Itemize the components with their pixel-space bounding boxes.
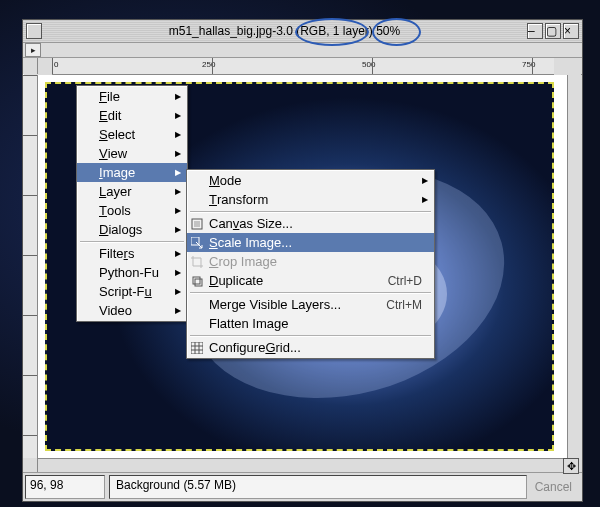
submenu-arrow-icon: ▶ bbox=[175, 149, 181, 158]
menu-item-edit[interactable]: Edit▶ bbox=[77, 106, 187, 125]
menu-item-view[interactable]: View▶ bbox=[77, 144, 187, 163]
menu-item-duplicate[interactable]: DuplicateCtrl+D bbox=[187, 271, 434, 290]
menu-separator bbox=[190, 335, 431, 336]
ruler-end bbox=[568, 58, 582, 74]
menu-item-transform[interactable]: Transform▶ bbox=[187, 190, 434, 209]
grid-icon bbox=[190, 341, 204, 355]
duplicate-icon bbox=[190, 274, 204, 288]
menu-separator bbox=[80, 241, 184, 242]
svg-rect-4 bbox=[195, 279, 202, 286]
menu-item-scriptfu[interactable]: Script-Fu▶ bbox=[77, 282, 187, 301]
submenu-arrow-icon: ▶ bbox=[422, 176, 428, 185]
menu-separator bbox=[190, 211, 431, 212]
menu-item-configuregrid[interactable]: Configure Grid... bbox=[187, 338, 434, 357]
submenu-arrow-icon: ▶ bbox=[175, 92, 181, 101]
submenu-arrow-icon: ▶ bbox=[175, 249, 181, 258]
quickmask-toggle[interactable] bbox=[23, 458, 38, 472]
menu-item-filters[interactable]: Filters▶ bbox=[77, 244, 187, 263]
window-titlebar[interactable]: m51_hallas_big.jpg-3.0 (RGB, 1 layer) 50… bbox=[23, 20, 582, 43]
menu-item-canvassize[interactable]: Canvas Size... bbox=[187, 214, 434, 233]
svg-rect-1 bbox=[194, 221, 200, 227]
ruler-horizontal[interactable]: 0 250 500 750 bbox=[52, 58, 554, 75]
menu-item-mergevisiblelayers[interactable]: Merge Visible Layers...Ctrl+M bbox=[187, 295, 434, 314]
menu-item-video[interactable]: Video▶ bbox=[77, 301, 187, 320]
ruler-vertical[interactable] bbox=[23, 75, 38, 458]
submenu-arrow-icon: ▶ bbox=[175, 206, 181, 215]
navigation-preview-button[interactable]: ✥ bbox=[563, 458, 579, 474]
submenu-arrow-icon: ▶ bbox=[175, 168, 181, 177]
menu-item-image[interactable]: Image▶ bbox=[77, 163, 187, 182]
horizontal-scrollbar[interactable] bbox=[38, 458, 568, 472]
keyboard-shortcut: Ctrl+M bbox=[386, 298, 422, 312]
main-context-menu: File▶Edit▶Select▶View▶Image▶Layer▶Tools▶… bbox=[76, 85, 188, 322]
pointer-coordinates: 96, 98 bbox=[25, 475, 105, 499]
maximize-button[interactable]: ▢ bbox=[545, 23, 561, 39]
submenu-arrow-icon: ▶ bbox=[175, 187, 181, 196]
menu-item-tools[interactable]: Tools▶ bbox=[77, 201, 187, 220]
keyboard-shortcut: Ctrl+D bbox=[388, 274, 422, 288]
menu-item-flattenimage[interactable]: Flatten Image bbox=[187, 314, 434, 333]
submenu-arrow-icon: ▶ bbox=[175, 268, 181, 277]
close-button[interactable]: × bbox=[563, 23, 579, 39]
submenu-arrow-icon: ▶ bbox=[422, 195, 428, 204]
status-layer-info: Background (5.57 MB) bbox=[109, 475, 527, 499]
submenu-arrow-icon: ▶ bbox=[175, 130, 181, 139]
image-submenu: Mode▶Transform▶Canvas Size...Scale Image… bbox=[186, 169, 435, 359]
submenu-arrow-icon: ▶ bbox=[175, 111, 181, 120]
menu-item-dialogs[interactable]: Dialogs▶ bbox=[77, 220, 187, 239]
quick-mask-row: ▸ bbox=[23, 43, 582, 58]
scale-icon bbox=[190, 236, 204, 250]
menu-item-cropimage: Crop Image bbox=[187, 252, 434, 271]
menu-item-pythonfu[interactable]: Python-Fu▶ bbox=[77, 263, 187, 282]
statusbar: 96, 98 Background (5.57 MB) Cancel bbox=[23, 472, 582, 501]
minimize-button[interactable]: – bbox=[527, 23, 543, 39]
ruler-corner bbox=[23, 58, 38, 74]
menu-button-icon[interactable]: ▸ bbox=[25, 43, 41, 57]
svg-rect-3 bbox=[193, 277, 200, 284]
svg-rect-5 bbox=[191, 342, 203, 354]
window-title: m51_hallas_big.jpg-3.0 (RGB, 1 layer) 50… bbox=[43, 24, 526, 38]
cancel-button[interactable]: Cancel bbox=[535, 480, 572, 494]
menu-item-select[interactable]: Select▶ bbox=[77, 125, 187, 144]
crop-icon bbox=[190, 255, 204, 269]
window-menu-button[interactable] bbox=[26, 23, 42, 39]
canvas-icon bbox=[190, 217, 204, 231]
menu-item-layer[interactable]: Layer▶ bbox=[77, 182, 187, 201]
menu-item-file[interactable]: File▶ bbox=[77, 87, 187, 106]
submenu-arrow-icon: ▶ bbox=[175, 225, 181, 234]
menu-item-scaleimage[interactable]: Scale Image... bbox=[187, 233, 434, 252]
submenu-arrow-icon: ▶ bbox=[175, 287, 181, 296]
vertical-scrollbar[interactable] bbox=[567, 75, 582, 458]
menu-separator bbox=[190, 292, 431, 293]
menu-item-mode[interactable]: Mode▶ bbox=[187, 171, 434, 190]
submenu-arrow-icon: ▶ bbox=[175, 306, 181, 315]
